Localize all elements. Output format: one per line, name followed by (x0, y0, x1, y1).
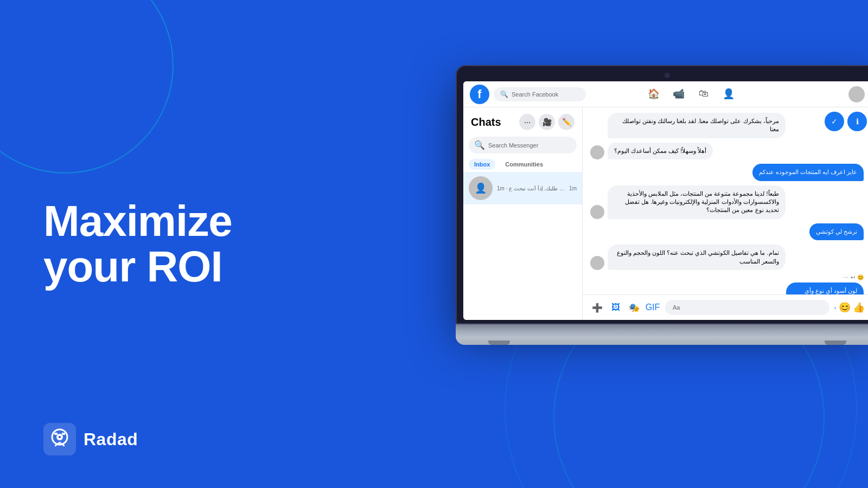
message-row-sent: ⋯ ↩ 😊 لون أسود أي نوع وأي سعر يكون مناسب… (590, 274, 864, 294)
tab-communities[interactable]: Communities (500, 159, 548, 170)
chats-title: Chats (471, 116, 501, 129)
messenger-tabs: Inbox Communities (463, 157, 582, 172)
fb-nav-right-icons (848, 86, 865, 102)
fb-logo: f (470, 85, 489, 104)
laptop-bottom (456, 330, 868, 345)
search-icon: 🔍 (500, 91, 508, 98)
laptop-camera (665, 73, 670, 78)
message-bubble-sent: عايز اعرف ايه المنتجات الموجوده عندكم (752, 164, 864, 181)
video-nav-icon[interactable]: 📹 (667, 85, 690, 104)
add-attachment-btn[interactable]: ➕ (589, 299, 605, 316)
chat-list-item[interactable]: 👤 1m · تمام. فهمت طلبك. إذاً أنت تبحث ع.… (463, 172, 582, 204)
reaction-icon2: ↩ (851, 274, 855, 280)
message-input[interactable]: Aa (665, 300, 829, 315)
laptop-foot-right (825, 341, 846, 345)
chat-list: 👤 1m · تمام. فهمت طلبك. إذاً أنت تبحث ع.… (463, 172, 582, 320)
message-row-with-reaction: ⋯ ↩ 😊 لون أسود أي نوع وأي سعر يكون مناسب… (590, 274, 864, 294)
message-row: طبعاً! لدينا مجموعة متنوعة من المنتجات، … (590, 185, 864, 219)
chat-avatar: 👤 (469, 176, 493, 200)
fb-nav-center: 🏠 📹 🛍 👤 (642, 85, 740, 104)
fb-chat-area: ✓ ℹ مرحباً، بشكرك على تواصلك معنا. لقد ب… (583, 107, 868, 320)
message-row: أهلاً وسهلاً! كيف ممكن أساعدك اليوم؟ (590, 143, 864, 159)
message-row-sent: ترشح لي كوتشي (590, 223, 864, 240)
input-right-buttons: · 😊 👍 (834, 301, 865, 313)
marketplace-nav-icon[interactable]: 🛍 (692, 85, 715, 104)
headline-line2: your ROI (43, 242, 222, 291)
facebook-ui: f 🔍 Search Facebook 🏠 📹 🛍 👤 (463, 81, 868, 320)
new-chat-btn[interactable]: ✏️ (558, 114, 575, 130)
message-row: مرحباً، بشكرك على تواصلك معنا. لقد بلغنا… (590, 113, 864, 138)
search-messenger-box[interactable]: 🔍 Search Messenger (469, 137, 577, 153)
svg-rect-3 (54, 433, 58, 435)
msg-avatar (590, 256, 604, 270)
sidebar-header: Chats ··· 🎥 ✏️ (463, 107, 582, 133)
fb-input-area: ➕ 🖼 🎭 GIF Aa · 😊 (583, 294, 868, 320)
message-row: تمام. ما هي تفاصيل الكوتشي الذي تبحث عنه… (590, 245, 864, 270)
laptop-base (456, 324, 868, 345)
chat-info: 1m · تمام. فهمت طلبك. إذاً أنت تبحث ع... (497, 185, 565, 191)
tab-inbox[interactable]: Inbox (469, 159, 495, 170)
fb-navbar: f 🔍 Search Facebook 🏠 📹 🛍 👤 (463, 81, 868, 107)
laptop-hinge (456, 324, 868, 330)
msg-avatar (590, 205, 604, 219)
laptop-foot-left (488, 341, 510, 345)
svg-point-5 (59, 436, 61, 438)
input-placeholder: Aa (673, 304, 680, 311)
check-fab-btn[interactable]: ✓ (825, 112, 844, 131)
sticker-btn[interactable]: 🎭 (626, 299, 642, 316)
laptop-screen-outer: f 🔍 Search Facebook 🏠 📹 🛍 👤 (456, 65, 868, 324)
radad-logo-icon (43, 423, 76, 455)
laptop-frame: f 🔍 Search Facebook 🏠 📹 🛍 👤 (456, 65, 868, 345)
message-bubble-received: مرحباً، بشكرك على تواصلك معنا. لقد بلغنا… (608, 113, 786, 138)
sidebar-action-icons: ··· 🎥 ✏️ (519, 114, 575, 130)
gif-btn[interactable]: GIF (644, 299, 661, 316)
messages-area: مرحباً، بشكرك على تواصلك معنا. لقد بلغنا… (583, 107, 868, 294)
logo-area: Radad (43, 423, 138, 455)
msg-avatar (590, 145, 604, 159)
left-panel: Maximize your ROI (43, 0, 369, 488)
laptop-container: f 🔍 Search Facebook 🏠 📹 🛍 👤 (456, 65, 868, 345)
fb-sidebar: Chats ··· 🎥 ✏️ 🔍 Search Messenger (463, 107, 583, 320)
like-btn[interactable]: 👍 (853, 301, 865, 313)
chat-preview: 1m · تمام. فهمت طلبك. إذاً أنت تبحث ع... (497, 185, 565, 191)
sent-msg-with-meta: ⋯ ↩ 😊 لون أسود أي نوع وأي سعر يكون مناسب… (744, 274, 864, 294)
message-bubble-received: تمام. ما هي تفاصيل الكوتشي الذي تبحث عنه… (608, 245, 786, 270)
chat-time: 1m (569, 185, 577, 191)
message-actions-row: ⋯ ↩ 😊 (843, 274, 864, 280)
search-messenger-text: Search Messenger (488, 142, 538, 149)
image-btn[interactable]: 🖼 (608, 299, 624, 316)
svg-rect-4 (62, 433, 65, 435)
reaction-icon3: 😊 (857, 274, 864, 280)
message-bubble-sent: ترشح لي كوتشي (809, 223, 864, 240)
fb-body: Chats ··· 🎥 ✏️ 🔍 Search Messenger (463, 107, 868, 320)
logo-text: Radad (84, 429, 138, 450)
search-messenger-icon: 🔍 (474, 140, 485, 150)
message-bubble-received: طبعاً! لدينا مجموعة متنوعة من المنتجات، … (608, 185, 786, 219)
home-nav-icon[interactable]: 🏠 (642, 85, 665, 104)
fb-search-text: Search Facebook (512, 91, 558, 98)
more-options-btn[interactable]: ··· (519, 114, 535, 130)
message-bubble-sent: لون أسود أي نوع وأي سعر يكون مناسب 43 (786, 282, 864, 294)
input-action-buttons: ➕ 🖼 🎭 GIF (589, 299, 661, 316)
message-bubble-received: أهلاً وسهلاً! كيف ممكن أساعدك اليوم؟ (608, 143, 713, 159)
message-row-sent: عايز اعرف ايه المنتجات الموجوده عندكم (590, 164, 864, 181)
profile-nav-icon[interactable]: 👤 (717, 85, 740, 104)
info-fab-btn[interactable]: ℹ (847, 112, 867, 131)
laptop-screen: f 🔍 Search Facebook 🏠 📹 🛍 👤 (463, 81, 868, 320)
reaction-icon1: ⋯ (843, 274, 848, 280)
fb-search-box[interactable]: 🔍 Search Facebook (494, 87, 586, 101)
chat-fab-buttons: ✓ ℹ (825, 112, 867, 131)
headline-line1: Maximize (43, 197, 232, 245)
headline: Maximize your ROI (43, 198, 369, 290)
video-call-btn[interactable]: 🎥 (539, 114, 555, 130)
emoji-btn[interactable]: 😊 (839, 301, 851, 313)
dot-btn[interactable]: · (834, 302, 837, 313)
user-avatar-nav[interactable] (848, 86, 865, 102)
